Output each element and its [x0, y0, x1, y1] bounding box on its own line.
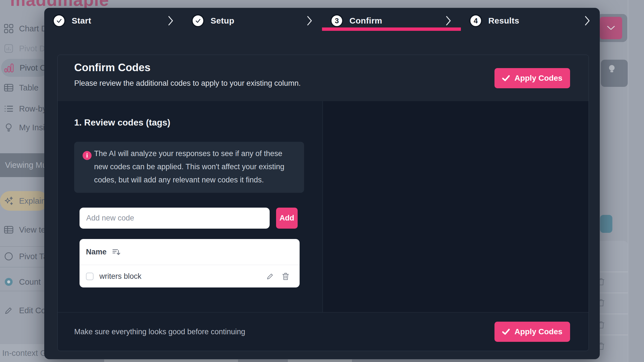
review-codes-pane: 1. Review codes (tags) i The AI will ana… — [58, 101, 323, 312]
lightbulb-icon — [608, 64, 616, 75]
sidebar-item-in-context[interactable]: In-context G — [0, 344, 48, 362]
chevron-right-icon — [585, 16, 590, 27]
sidebar-viewing-banner: Viewing Mu — [0, 153, 48, 177]
table-row: writers block — [80, 265, 300, 287]
name-column-header[interactable]: Name — [86, 248, 107, 256]
radio-icon — [4, 252, 13, 261]
pencil-icon — [4, 306, 13, 315]
sidebar-item-label: Pivot Tab — [19, 252, 48, 261]
table-icon — [4, 83, 13, 92]
edit-icon[interactable] — [266, 272, 274, 280]
sidebar-item-label: Count — [19, 277, 41, 287]
confirm-codes-card: Confirm Codes Please review the addition… — [57, 55, 589, 351]
sort-descending-icon[interactable] — [112, 247, 121, 256]
chevron-right-icon — [307, 16, 312, 27]
sidebar-item-view-text[interactable]: View te — [0, 221, 48, 239]
sidebar-item-label: View te — [19, 225, 46, 235]
check-icon — [502, 75, 510, 82]
background-bottom-block — [288, 359, 352, 362]
sidebar-item-label: Pivot Ch — [20, 63, 48, 73]
step-label: Confirm — [349, 16, 382, 25]
chevron-down-icon — [607, 25, 615, 31]
list-icon — [4, 104, 13, 113]
apply-codes-button[interactable]: Apply Codes — [494, 68, 570, 88]
section-title: 1. Review codes (tags) — [74, 117, 170, 128]
check-icon — [502, 328, 510, 335]
check-icon — [55, 17, 63, 25]
info-callout: i The AI will analyze your responses to … — [74, 142, 304, 193]
sidebar-item-label: Pivot Da — [19, 44, 48, 53]
active-step-indicator — [322, 27, 461, 31]
sidebar-item-label: Row-by- — [19, 104, 48, 113]
step-label: Setup — [211, 16, 234, 25]
sidebar-item-explain[interactable]: Explain — [0, 191, 48, 211]
card-content: 1. Review codes (tags) i The AI will ana… — [58, 101, 589, 312]
stepper-step-setup[interactable]: Setup — [183, 8, 322, 34]
step-number-circle: 3 — [330, 14, 343, 27]
sidebar-item-label: Table — [19, 83, 38, 92]
sidebar-item-pivot-chart[interactable]: Pivot Ch — [0, 59, 48, 77]
chevron-right-icon — [446, 16, 451, 27]
codes-table: Name writers block — [80, 239, 300, 287]
sidebar-item-table[interactable]: Table — [0, 79, 48, 97]
page-title: Confirm Codes — [74, 62, 150, 74]
bar-chart-icon — [4, 63, 14, 73]
lightbulb-icon — [4, 123, 13, 132]
step-label: Start — [72, 16, 91, 25]
confirm-codes-modal: Start Setup 3 Confirm 4 Results — [44, 8, 600, 359]
chevron-right-icon — [168, 16, 174, 27]
add-new-code-input[interactable] — [80, 208, 270, 229]
apply-codes-button-footer[interactable]: Apply Codes — [494, 322, 570, 342]
pivot-data-icon — [4, 44, 13, 53]
code-name: writers block — [99, 272, 266, 281]
background-bottom-block — [104, 359, 238, 362]
info-text: The AI will analyze your responses to se… — [94, 147, 292, 187]
stepper-step-start[interactable]: Start — [44, 8, 183, 34]
grid-icon — [4, 24, 13, 33]
stepper-step-confirm[interactable]: 3 Confirm — [322, 8, 461, 34]
background-panel-divider — [628, 0, 628, 362]
radio-checked-icon — [4, 277, 13, 287]
background-insight-tile — [601, 60, 628, 87]
delete-icon[interactable] — [282, 272, 290, 280]
sidebar-item-pivot-table[interactable]: Pivot Tab — [0, 247, 48, 265]
table-icon — [4, 225, 13, 235]
sidebar-divider — [0, 246, 48, 247]
sidebar-item-label: My Insig — [19, 123, 48, 132]
sparkles-icon — [4, 196, 14, 206]
sidebar-divider — [0, 267, 48, 267]
preview-pane — [323, 101, 589, 312]
check-icon — [194, 17, 202, 25]
apply-codes-label: Apply Codes — [514, 327, 562, 336]
row-checkbox[interactable] — [86, 273, 94, 280]
background-teal-button[interactable] — [600, 215, 612, 233]
sidebar-item-my-insights[interactable]: My Insig — [0, 119, 48, 136]
apply-codes-label: Apply Codes — [514, 74, 562, 83]
background-dropdown-button[interactable] — [600, 17, 622, 39]
sidebar-item-chart-data[interactable]: Chart Da — [0, 20, 48, 38]
sidebar-item-label: Chart Da — [19, 24, 48, 33]
add-code-button[interactable]: Add — [276, 208, 298, 229]
sidebar-item-label: Edit Col — [19, 306, 48, 315]
sidebar-divider — [0, 291, 48, 291]
screen: maddmaple Chart Da Pivot Da Pivot Ch Tab… — [0, 0, 644, 362]
page-subtitle: Please review the additional codes to ap… — [74, 79, 301, 88]
info-icon: i — [83, 151, 92, 160]
card-footer: Make sure everything looks good before c… — [58, 312, 589, 351]
step-complete-circle — [53, 14, 66, 27]
footer-note: Make sure everything looks good before c… — [74, 327, 245, 336]
sidebar-item-edit-column[interactable]: Edit Col — [0, 301, 48, 319]
sidebar-item-count[interactable]: Count — [0, 273, 48, 291]
sidebar-item-row-by-row[interactable]: Row-by- — [0, 100, 48, 118]
background-dropdown-button-frame — [597, 14, 627, 42]
codes-table-header: Name — [80, 239, 300, 265]
step-complete-circle — [192, 14, 204, 27]
step-label: Results — [488, 16, 519, 25]
stepper-step-results[interactable]: 4 Results — [461, 8, 600, 34]
sidebar-item-label: Explain — [19, 196, 46, 206]
step-number-circle: 4 — [469, 14, 482, 27]
background-list-card — [596, 241, 628, 362]
sidebar-item-pivot-data[interactable]: Pivot Da — [0, 40, 48, 57]
